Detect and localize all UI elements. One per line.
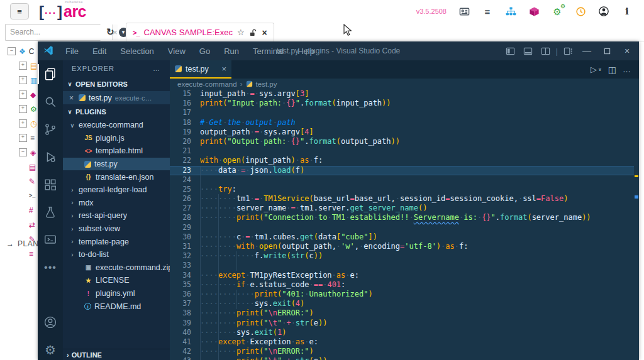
plugins-section-header[interactable]: ∨ PLUGINS bbox=[63, 104, 170, 119]
user-icon[interactable] bbox=[598, 6, 609, 17]
search-icon[interactable] bbox=[38, 88, 63, 116]
editor-tab-test-py[interactable]: test.py × bbox=[170, 60, 231, 79]
cube-icon[interactable] bbox=[528, 6, 540, 17]
code-editor[interactable]: 15input_path·=·sys.argv[3]16print("Input… bbox=[170, 89, 639, 360]
code-line-22[interactable]: 22with·open(input_path)·as·f: bbox=[170, 156, 639, 165]
code-line-30[interactable]: 30········c·=·tm1.cubes.get(data["cube"]… bbox=[170, 232, 639, 242]
code-line-25[interactable]: 25····try: bbox=[170, 185, 639, 194]
settings-gear-icon[interactable]: ⚙ bbox=[38, 336, 63, 360]
file-item-general-ledger-load[interactable]: ›general-ledger-load bbox=[63, 183, 170, 197]
toggle-panel-icon[interactable] bbox=[520, 43, 536, 59]
unlock-icon[interactable] bbox=[249, 29, 257, 36]
file-item-rest-api-query[interactable]: ›rest-api-query bbox=[63, 209, 170, 222]
tree-row-cube[interactable]: +◆ bbox=[0, 87, 38, 102]
code-line-18[interactable]: 18#·Get·the·output·path bbox=[170, 118, 639, 128]
code-line-36[interactable]: 36············print("401:·Unauthorized") bbox=[170, 290, 639, 299]
run-debug-icon[interactable] bbox=[38, 143, 63, 171]
menu-edit[interactable]: Edit bbox=[87, 45, 112, 57]
file-item-execute-command-zip[interactable]: ▣execute-command.zip bbox=[63, 261, 170, 275]
code-line-20[interactable]: 20print("Output·path:·{}".format(output_… bbox=[170, 137, 639, 146]
breadcrumb-item[interactable]: test.py bbox=[256, 80, 277, 88]
code-line-42[interactable]: 42········print("\nERROR:") bbox=[170, 347, 639, 356]
code-line-34[interactable]: 34····except·TM1pyRestException·as·e: bbox=[170, 271, 639, 280]
outline-section-header[interactable]: › OUTLINE bbox=[63, 349, 170, 360]
run-python-file-button[interactable]: ▷∨ bbox=[591, 65, 602, 74]
explorer-more-actions-icon[interactable]: … bbox=[153, 65, 161, 72]
file-item-mdx[interactable]: ›mdx bbox=[63, 197, 170, 210]
file-item-template-page[interactable]: ›template-page bbox=[63, 235, 170, 248]
refresh-icon[interactable]: ↻ bbox=[106, 26, 114, 38]
file-item-readme-md[interactable]: iREADME.md bbox=[63, 300, 170, 313]
code-line-23[interactable]: 23····data·=·json.load(f) bbox=[170, 166, 639, 175]
code-line-31[interactable]: 31········with·open(output_path,·'w',·en… bbox=[170, 242, 639, 251]
code-line-32[interactable]: 32············f.write(str(c)) bbox=[170, 251, 639, 261]
collapse-icon[interactable]: − bbox=[19, 148, 27, 156]
code-line-26[interactable]: 26········tm1·=·TM1Service(base_url=base… bbox=[170, 194, 639, 204]
tree-row-rows[interactable]: ≡ bbox=[0, 246, 38, 261]
code-line-28[interactable]: 28········print("Connection·to·TM1·estab… bbox=[170, 213, 639, 222]
tree-row-time[interactable]: +◷ bbox=[0, 116, 38, 131]
file-item-template-html[interactable]: <>template.html bbox=[63, 145, 170, 158]
remote-explorer-icon[interactable] bbox=[38, 226, 63, 254]
tree-row-services[interactable]: +⚙ bbox=[0, 102, 38, 116]
toggle-sidebar-icon[interactable] bbox=[502, 43, 519, 59]
collapse-icon[interactable]: − bbox=[8, 47, 16, 55]
services-icon[interactable]: ⚙⚙ bbox=[552, 6, 563, 17]
accounts-icon[interactable] bbox=[38, 308, 63, 336]
code-line-41[interactable]: 41····except·Exception·as·e: bbox=[170, 337, 639, 347]
menu-file[interactable]: File bbox=[60, 45, 84, 57]
browser-tab-close-icon[interactable]: × bbox=[262, 28, 267, 38]
id-card-icon[interactable] bbox=[458, 6, 470, 17]
expand-icon[interactable]: + bbox=[19, 90, 27, 99]
menu-go[interactable]: Go bbox=[194, 45, 216, 57]
testing-flask-icon[interactable] bbox=[38, 199, 63, 226]
expand-icon[interactable]: + bbox=[19, 119, 27, 128]
tree-row-stack[interactable]: ▤ bbox=[0, 160, 38, 174]
tree-row-list[interactable]: +≡ bbox=[0, 131, 38, 145]
breadcrumbs[interactable]: execute-command›test.py bbox=[170, 79, 639, 89]
code-line-19[interactable]: 19output_path·=·sys.argv[4] bbox=[170, 128, 639, 137]
file-item-plugin-js[interactable]: JSplugin.js bbox=[63, 132, 170, 145]
code-line-38[interactable]: 38········print("\nERROR:") bbox=[170, 308, 639, 318]
code-line-15[interactable]: 15input_path·=·sys.argv[3] bbox=[170, 89, 639, 99]
tree-row-cluster[interactable]: −❖C bbox=[0, 44, 38, 58]
file-item-plugins-yml[interactable]: !plugins.yml bbox=[63, 287, 170, 300]
code-line-39[interactable]: 39········print("\t"·+·str(e)) bbox=[170, 319, 639, 328]
tree-row-brush[interactable]: ✎ bbox=[0, 174, 38, 188]
hamburger-menu-button[interactable]: ≡ bbox=[10, 3, 29, 19]
search-input[interactable] bbox=[6, 25, 112, 40]
code-line-43[interactable]: 43········print("\t"·+·str(e)) bbox=[170, 356, 639, 360]
explorer-icon[interactable] bbox=[38, 60, 63, 88]
code-line-27[interactable]: 27········server_name·=·tm1.server.get_s… bbox=[170, 204, 639, 213]
file-item-test-py[interactable]: test.py bbox=[63, 158, 170, 171]
extensions-icon[interactable] bbox=[38, 171, 63, 199]
file-item-translate-en-json[interactable]: {}translate-en.json bbox=[63, 170, 170, 183]
editor-tab-close-icon[interactable]: × bbox=[221, 64, 226, 74]
split-editor-icon[interactable]: ◫ bbox=[608, 65, 616, 75]
tree-row-folder[interactable]: +▤ bbox=[0, 58, 38, 73]
breadcrumb-item[interactable]: execute-command bbox=[177, 80, 237, 88]
sitemap-icon[interactable] bbox=[505, 6, 516, 17]
menu-help[interactable]: Help bbox=[292, 45, 320, 57]
code-line-40[interactable]: 40········sys.exit(1) bbox=[170, 328, 639, 337]
menu-view[interactable]: View bbox=[162, 45, 191, 57]
tree-row-process[interactable]: −◈ bbox=[0, 145, 38, 160]
code-line-35[interactable]: 35········if·e.status_code·==·401: bbox=[170, 280, 639, 290]
expand-icon[interactable]: + bbox=[19, 76, 27, 84]
browser-tab-canvas-sample[interactable]: >_ CANVAS SAMPLE:Exec ☆ × bbox=[126, 23, 274, 41]
file-item-to-do-list[interactable]: ›to-do-list bbox=[63, 248, 170, 261]
customize-layout-icon[interactable] bbox=[560, 43, 576, 59]
toggle-secondary-sidebar-icon[interactable] bbox=[538, 43, 554, 59]
code-line-21[interactable]: 21​ bbox=[170, 146, 639, 156]
overview-ruler[interactable] bbox=[634, 89, 639, 360]
code-line-29[interactable]: 29​ bbox=[170, 223, 639, 232]
code-line-24[interactable]: 24​ bbox=[170, 175, 639, 185]
tree-row-chart[interactable]: +▥ bbox=[0, 73, 38, 87]
open-editor-test-py[interactable]: × test.py execute-c… bbox=[63, 91, 170, 104]
source-control-icon[interactable] bbox=[38, 116, 63, 143]
code-line-33[interactable]: 33​ bbox=[170, 261, 639, 270]
code-line-16[interactable]: 16print("Input·path:·{}".format(input_pa… bbox=[170, 99, 639, 108]
menu-terminal[interactable]: Terminal bbox=[247, 45, 289, 57]
menu-run[interactable]: Run bbox=[218, 45, 245, 57]
tree-row-terminal[interactable]: >_ bbox=[0, 188, 38, 203]
